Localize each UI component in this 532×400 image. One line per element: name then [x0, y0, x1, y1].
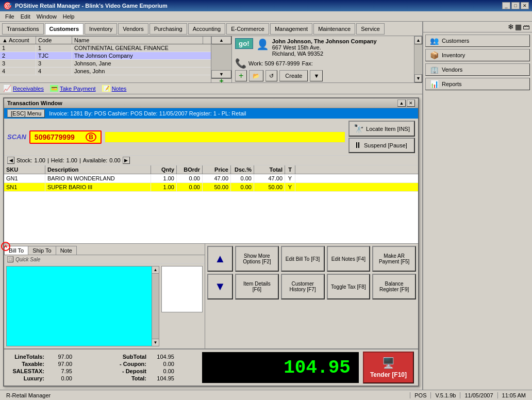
barcode-field[interactable] — [105, 131, 345, 143]
suspend-button[interactable]: ⏸ Suspend [Pause] — [348, 138, 415, 153]
customer-row-4[interactable]: 4 4 Jones, John — [0, 68, 211, 75]
salestax-value: 7.95 — [46, 368, 72, 374]
action-buttons-panel: ▲ Show More Options [F2] Edit Bill To [F… — [205, 244, 418, 348]
status-version: V.5.1.9b — [431, 392, 460, 398]
refresh-button[interactable]: ↺ — [265, 70, 277, 81]
close-button[interactable]: ✕ — [521, 2, 529, 9]
receivables-button[interactable]: 📈 Receivables — [3, 85, 44, 92]
customer-row-1[interactable]: 1 1 CONTINENTAL GENERAL FINANCE — [0, 44, 211, 52]
col-price-header: Price — [203, 165, 231, 174]
toolbar-inventory[interactable]: Inventory — [85, 23, 117, 35]
vendors-side-button[interactable]: 🏢 Vendors — [425, 63, 530, 76]
add-button[interactable]: + — [235, 70, 247, 81]
menu-edit[interactable]: Edit — [18, 13, 34, 20]
stock-prev-button[interactable]: ◀ — [7, 157, 14, 164]
toggle-tax-button[interactable]: Toggle Tax [F8] — [327, 274, 371, 299]
locate-item-button[interactable]: 🔭 Locate Item [INS] — [348, 121, 415, 137]
tab-ship-to[interactable]: Ship To — [28, 246, 56, 255]
binoculars-icon: 🔭 — [354, 124, 364, 134]
grid-row-1[interactable]: GN1 BARIO IN WONDERLAND 1.00 0.00 47.00 … — [4, 174, 418, 183]
row2-qty: 1.00 — [151, 183, 177, 191]
customer-history-button[interactable]: Customer History [F7] — [281, 274, 325, 299]
row2-t: Y — [285, 183, 295, 191]
col-header-account[interactable]: ▲ Account — [0, 37, 36, 44]
grid-row-2[interactable]: SN1 SUPER BARIO III 1.00 0.00 50.00 0.00… — [4, 183, 418, 192]
menu-window[interactable]: Window — [34, 13, 60, 20]
tab-note[interactable]: Note — [56, 246, 77, 255]
toolbar-accounting[interactable]: Accounting — [188, 23, 225, 35]
trans-minimize-btn[interactable]: ▲ — [397, 99, 406, 107]
detail-scroll-up[interactable]: ▲ — [414, 36, 422, 44]
vendors-side-icon: 🏢 — [430, 65, 439, 74]
toolbar-purchasing[interactable]: Purchasing — [149, 23, 187, 35]
phone-icon: 📞 — [235, 58, 246, 69]
item-details-button[interactable]: Item Details [F6] — [235, 274, 279, 299]
window-controls: ▲ ✕ — [397, 99, 415, 107]
total-row: Total: 104.95 — [105, 375, 198, 381]
customer-row-2[interactable]: 2 TJC The Johnson Company — [0, 52, 211, 60]
col-qty-header: Qnty — [151, 165, 177, 174]
edit-notes-button[interactable]: Edit Notes [F4] — [327, 246, 371, 272]
row1-total: 47.00 — [254, 174, 285, 182]
trans-close-btn[interactable]: ✕ — [407, 99, 415, 107]
customers-side-button[interactable]: 👥 Customers — [425, 35, 530, 47]
notes-button[interactable]: 📝 Notes — [102, 85, 127, 92]
detail-scroll-down[interactable]: ▼ — [414, 74, 422, 82]
status-bar: R-Retail Manager POS V.5.1.9b 11/05/2007… — [0, 390, 532, 400]
quick-sale-toggle[interactable]: □ — [7, 256, 13, 262]
cust-account-2: 2 — [0, 52, 36, 59]
maximize-button[interactable]: □ — [511, 2, 520, 9]
go-button[interactable]: go! — [235, 38, 253, 49]
dropdown-arrow-button[interactable]: ▼ — [310, 70, 323, 81]
bottom-panel: A Bill To Ship To Note □ Quick Sale — [4, 244, 418, 348]
menu-help[interactable]: Help — [60, 13, 78, 20]
toolbar-maintenance[interactable]: Maintenance — [313, 23, 355, 35]
esc-menu-button[interactable]: [ESC] Menu — [7, 109, 45, 118]
bill-scroll-down[interactable]: ▼ — [152, 339, 159, 346]
taxable-value: 97.00 — [46, 361, 72, 367]
take-payment-button[interactable]: 💳 Take Payment — [50, 85, 96, 92]
quick-sale-area: □ Quick Sale — [4, 255, 205, 264]
customer-full-name: John Johnson, The Johnson Company — [272, 38, 377, 44]
make-ar-payment-button[interactable]: Make AR Payment [F5] — [372, 246, 416, 272]
balance-register-button[interactable]: Balance Register [F9] — [372, 274, 416, 299]
luxury-label: Luxury: — [8, 375, 44, 381]
toolbar-ecommerce[interactable]: E-Commerce — [226, 23, 269, 35]
transaction-window-title: Transaction Window ▲ ✕ — [4, 98, 418, 108]
totals-left: LineTotals: 97.00 Taxable: 97.00 SALESTA… — [8, 354, 101, 381]
show-more-options-button[interactable]: Show More Options [F2] — [235, 246, 279, 272]
list-scroll-up[interactable]: ▲ — [211, 36, 231, 44]
vendors-side-label: Vendors — [442, 66, 462, 73]
up-arrow-button[interactable]: ▲ — [207, 246, 233, 272]
toolbar-vendors[interactable]: Vendors — [118, 23, 148, 35]
scan-input-area[interactable]: 5096779999 B — [29, 130, 102, 144]
toolbar-customers[interactable]: Customers — [45, 23, 84, 35]
snowflake-icon[interactable]: ❄ — [508, 23, 514, 31]
grid-icon[interactable]: ▦ — [515, 23, 522, 31]
toolbar-management[interactable]: Management — [270, 23, 312, 35]
col-header-code[interactable]: Code — [36, 37, 72, 44]
inventory-side-label: Inventory — [442, 52, 465, 58]
edit-bill-to-button[interactable]: Edit Bill To [F3] — [281, 246, 325, 272]
col-header-name[interactable]: Name — [72, 37, 203, 44]
minimize-button[interactable]: _ — [502, 2, 510, 9]
customer-city-state: Richland, WA 99352 — [272, 51, 377, 57]
add-customer-button[interactable]: + — [211, 78, 231, 82]
deposit-label: - Deposit — [105, 368, 146, 374]
toolbar-transactions[interactable]: Transactions — [2, 23, 44, 35]
down-arrow-button[interactable]: ▼ — [207, 274, 233, 299]
row2-total: 50.00 — [254, 183, 285, 191]
tender-button[interactable]: 🖥️ Tender [F10] — [363, 352, 414, 384]
b-button[interactable]: B — [86, 132, 96, 142]
bill-scroll-up[interactable]: ▲ — [152, 266, 159, 274]
customer-row-3[interactable]: 3 3 Johnson, Jane — [0, 60, 211, 68]
inventory-side-button[interactable]: 📦 Inventory — [425, 49, 530, 61]
create-button[interactable]: Create — [279, 70, 308, 81]
reports-side-button[interactable]: 📊 Reports — [425, 78, 530, 90]
menu-file[interactable]: File — [2, 13, 18, 20]
stock-next-button[interactable]: ▶ — [123, 157, 130, 164]
table-icon[interactable]: 🗃 — [523, 23, 530, 31]
open-folder-button[interactable]: 📂 — [249, 70, 263, 81]
suspend-label: Suspend [Pause] — [364, 142, 407, 148]
toolbar-service[interactable]: Service — [356, 23, 385, 35]
